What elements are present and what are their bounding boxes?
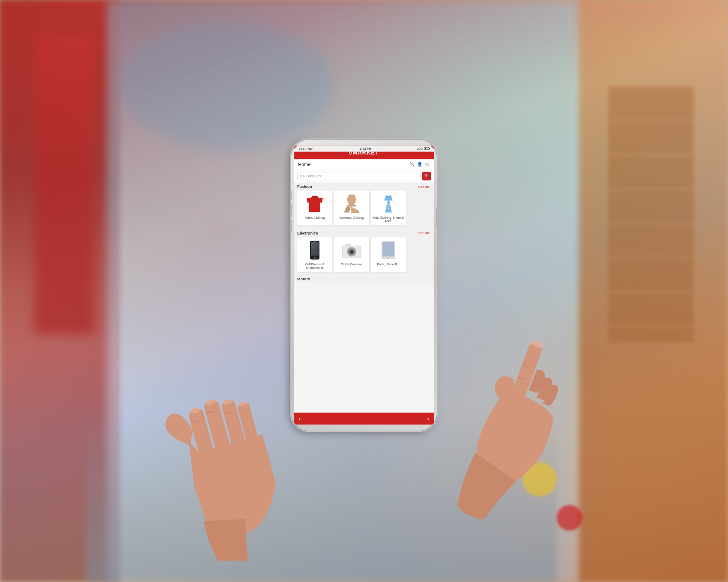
- svg-rect-3: [347, 205, 356, 206]
- svg-rect-22: [357, 247, 359, 249]
- hand-right: [385, 312, 600, 569]
- carrier-status: ●●●○ NET: [299, 147, 314, 150]
- electronics-see-all[interactable]: See all ›: [418, 232, 431, 235]
- search-button[interactable]: 🔍: [422, 172, 431, 180]
- svg-point-5: [387, 202, 388, 204]
- fashion-see-all[interactable]: See all ›: [418, 185, 431, 189]
- digital-cameras-label: Digital Cameras: [341, 263, 362, 266]
- home-icon-group: 🔍 👤 🛒: [409, 162, 430, 166]
- kids-clothing-card[interactable]: Kids' Clothing, Shoes & Accs.: [371, 190, 406, 225]
- time-display: 3:43 PM: [360, 147, 371, 150]
- cell-phones-card[interactable]: Cell Phones & Smartphones: [297, 237, 332, 272]
- phone-volume-silent: [291, 191, 292, 199]
- svg-point-21: [350, 250, 351, 251]
- digital-cameras-card[interactable]: Digital Cameras: [334, 237, 369, 272]
- svg-rect-11: [311, 242, 319, 255]
- tablet-icon: [381, 241, 396, 260]
- svg-point-7: [386, 206, 388, 207]
- status-bar: ●●●○ NET 3:43 PM 20%: [294, 146, 434, 151]
- tablet-img: [378, 240, 399, 261]
- cell-phones-label: Cell Phones & Smartphones: [299, 263, 331, 270]
- womens-clothing-img: [341, 193, 362, 214]
- svg-point-6: [389, 204, 390, 205]
- mens-clothing-label: Men's Clothing: [305, 216, 325, 220]
- svg-rect-24: [382, 242, 394, 256]
- search-icon[interactable]: 🔍: [409, 162, 415, 166]
- home-bar: Home 🔍 👤 🛒: [294, 159, 434, 169]
- bg-red-pillar: [34, 34, 94, 334]
- tablets-label: Pads, eBook R...: [377, 263, 400, 266]
- electronics-title: Electronics: [297, 231, 318, 235]
- battery-percent-text: 20%: [417, 147, 423, 150]
- mens-clothing-card[interactable]: Men's Clothing: [297, 190, 332, 225]
- search-btn-icon: 🔍: [424, 174, 429, 178]
- mens-clothing-img: [304, 193, 325, 214]
- womens-clothing-label: Women's Clothing: [340, 216, 364, 220]
- camera-img: [341, 240, 362, 261]
- cart-icon[interactable]: 🛒: [425, 162, 430, 166]
- tablets-card[interactable]: Pads, eBook R...: [371, 237, 406, 272]
- motors-title: Motors: [297, 277, 310, 281]
- electronics-items: Cell Phones & Smartphones: [297, 237, 431, 272]
- electronics-section-header: Electronics See all ›: [297, 231, 431, 235]
- home-label: Home: [298, 162, 310, 167]
- kids-clothing-label: Kids' Clothing, Shoes & Accs.: [373, 216, 404, 223]
- right-hand-svg: [385, 312, 600, 569]
- svg-point-12: [314, 257, 316, 259]
- fashion-title: Fashion: [297, 184, 312, 189]
- electronics-section: Electronics See all ›: [294, 229, 434, 275]
- svg-rect-16: [345, 243, 351, 246]
- svg-rect-13: [313, 241, 316, 242]
- svg-point-25: [388, 258, 389, 259]
- heels-icon: [343, 194, 360, 213]
- phone-power-btn: [436, 208, 437, 227]
- battery-status: 20%: [417, 147, 429, 150]
- shelf-right: [608, 86, 694, 342]
- fashion-section: Fashion See all ›: [294, 183, 434, 229]
- fashion-items: Men's Clothing: [297, 190, 431, 225]
- search-bar: 🔍: [294, 169, 434, 183]
- phone-volume-down: [291, 220, 292, 233]
- phone-volume-up: [291, 204, 292, 217]
- search-input[interactable]: [297, 172, 421, 180]
- kids-clothing-img: [378, 193, 399, 214]
- smartphone-icon: [309, 241, 320, 260]
- prev-arrow[interactable]: ‹: [299, 415, 301, 422]
- battery-fill: [425, 148, 426, 149]
- cell-phone-img: [304, 240, 325, 261]
- motors-bar: Motors: [294, 275, 434, 283]
- camera-icon: [341, 242, 362, 258]
- user-icon[interactable]: 👤: [417, 162, 422, 166]
- svg-point-2: [347, 194, 356, 205]
- fashion-section-header: Fashion See all ›: [297, 184, 431, 189]
- battery-tip: [429, 148, 430, 149]
- scene-container: ●●●○ NET 3:43 PM 20% eMARKET: [214, 56, 514, 526]
- shirt-icon: [307, 195, 323, 213]
- womens-clothing-card[interactable]: Women's Clothing: [334, 190, 369, 225]
- dress-icon: [381, 194, 396, 213]
- battery-icon: [424, 147, 429, 150]
- svg-point-8: [388, 208, 389, 209]
